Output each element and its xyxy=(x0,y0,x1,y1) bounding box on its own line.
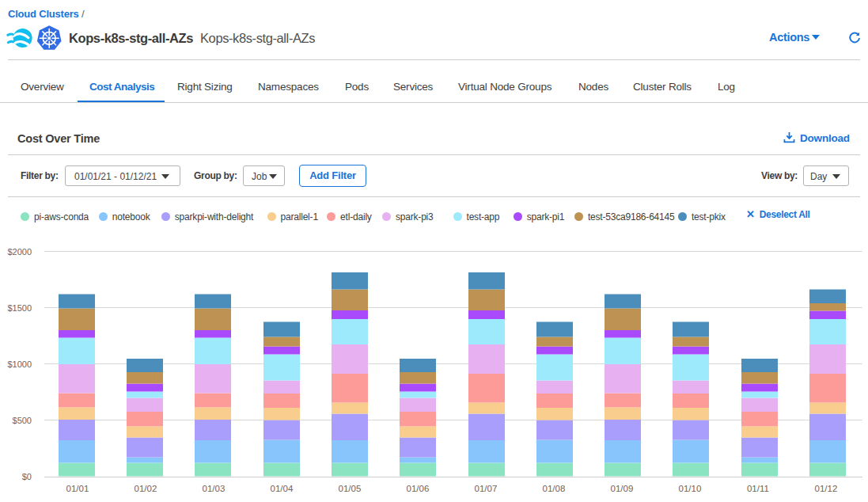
svg-text:01/06: 01/06 xyxy=(407,484,430,493)
svg-text:01/03: 01/03 xyxy=(203,484,226,493)
svg-text:01/12: 01/12 xyxy=(815,484,838,493)
svg-text:$1000: $1000 xyxy=(7,359,32,369)
svg-text:01/04: 01/04 xyxy=(271,484,294,493)
svg-text:$1500: $1500 xyxy=(7,303,32,313)
svg-text:01/07: 01/07 xyxy=(475,484,498,493)
svg-text:01/02: 01/02 xyxy=(135,484,157,493)
svg-text:01/09: 01/09 xyxy=(611,484,634,493)
svg-text:$500: $500 xyxy=(13,416,32,425)
svg-text:01/10: 01/10 xyxy=(679,484,702,493)
svg-text:01/11: 01/11 xyxy=(747,484,769,493)
svg-text:$2000: $2000 xyxy=(7,247,32,257)
svg-text:01/08: 01/08 xyxy=(543,484,566,493)
svg-text:01/05: 01/05 xyxy=(339,484,362,493)
svg-text:$0: $0 xyxy=(22,472,32,481)
svg-text:01/01: 01/01 xyxy=(66,484,89,493)
